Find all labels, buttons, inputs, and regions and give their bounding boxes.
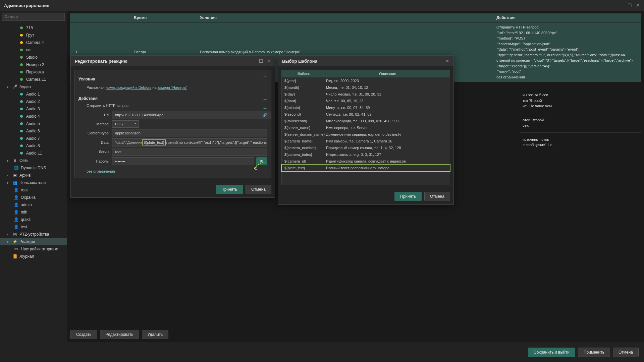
password-input[interactable] xyxy=(112,157,254,165)
tree-label: Camera L1 xyxy=(26,77,46,82)
tree-item-user[interactable]: 👤root xyxy=(0,186,67,194)
tree-item-audio[interactable]: Audio 8 xyxy=(0,142,67,149)
tree-item-audio[interactable]: Audio 1 xyxy=(0,90,67,98)
column-number xyxy=(70,13,83,22)
remove-action-icon[interactable]: − xyxy=(262,160,268,167)
tree-item-audio[interactable]: Audio 3 xyxy=(0,105,67,113)
filter-input[interactable] xyxy=(2,13,65,21)
window-close-icon[interactable]: ✕ xyxy=(636,3,640,8)
method-select[interactable]: POST xyxy=(112,120,139,128)
delete-button[interactable]: Удалить xyxy=(142,330,169,339)
template-row[interactable]: ${server_domain_name}Доменное имя сервер… xyxy=(282,131,450,138)
template-name: ${hour} xyxy=(284,99,326,103)
tree-label: Audio 6 xyxy=(26,129,40,133)
tree-item-send-settings[interactable]: ✉ Настройки отправки xyxy=(0,245,67,253)
tree-item-camera[interactable]: Camera 4 xyxy=(0,39,67,46)
tree-item-camera[interactable]: Номера 2 xyxy=(0,61,67,68)
no-limit-link[interactable]: без ограничения xyxy=(78,169,115,173)
cancel-button[interactable]: Отмена xyxy=(424,192,450,201)
template-row[interactable]: ${camera_id}Идентификатор канала, совпад… xyxy=(282,158,450,165)
template-desc: Идентификатор канала, совпадает с индекс… xyxy=(326,159,447,163)
tree-item-user[interactable]: 👤admin xyxy=(0,201,67,208)
tree-item-journal[interactable]: 📙 Журнал xyxy=(0,253,67,260)
tree-group-users[interactable]: ▾ 👥 Пользователи xyxy=(0,179,67,186)
tree-label: Парковка xyxy=(26,70,44,74)
tree-item-ddns[interactable]: 🌐 Dynamic DNS xyxy=(0,164,67,172)
status-dot-icon xyxy=(19,99,24,104)
template-row[interactable]: ${plate_text}Полный текст распознанного … xyxy=(281,164,450,172)
template-row[interactable]: ${minute}Минута, т.е. 00, 07, 34, 59 xyxy=(282,104,450,111)
template-name: ${month} xyxy=(284,85,326,89)
tree-item-user[interactable]: 👤qrakz xyxy=(0,216,67,223)
accept-button[interactable]: Принять xyxy=(394,192,422,201)
row-actions: Отправить HTTP-запрос: "url": "http://19… xyxy=(494,22,641,82)
mail-icon: ✉ xyxy=(13,246,19,252)
tree-group-archive[interactable]: ▸ 📼 Архив xyxy=(0,172,67,179)
condition-link-list[interactable]: номер входящий в Debtors xyxy=(106,85,151,89)
user-icon: 👤 xyxy=(13,195,19,200)
table-row-partial: источник' поток е сообщение'. Не xyxy=(520,132,641,152)
template-row[interactable]: ${camera_name}Имя камеры, т.е. Camera 1,… xyxy=(282,138,450,144)
dialog-maximize-icon[interactable]: ☐ xyxy=(259,58,263,64)
tree-item-audio[interactable]: Audio 2 xyxy=(0,98,67,105)
template-row[interactable]: ${month}Месяц, т.е. 01, 04, 10, 12 xyxy=(282,84,450,91)
login-input[interactable] xyxy=(112,148,267,156)
dialog-close-icon[interactable]: ✕ xyxy=(267,58,271,64)
template-desc: Порядковый номер канала, т.е. 1, 4, 32, … xyxy=(326,146,447,150)
tree-item-camera[interactable]: Парковка xyxy=(0,68,67,76)
template-row[interactable]: ${year}Год, т.е. 2000, 2023 xyxy=(282,77,450,84)
create-button[interactable]: Создать xyxy=(70,330,97,339)
status-dot-icon xyxy=(19,128,24,134)
cancel-button[interactable]: Отмена xyxy=(246,185,271,194)
tree-label: OxpaHa xyxy=(21,195,36,200)
table-row-partial: оток 'Второй' сек. xyxy=(520,113,641,132)
template-row[interactable]: ${second}Секунда, т.е. 00, 02, 41, 59 xyxy=(282,111,450,118)
add-condition-icon[interactable]: + xyxy=(262,73,268,80)
tree-item-camera[interactable]: Camera L1 xyxy=(0,76,67,83)
tree-item-camera[interactable]: cat xyxy=(0,46,67,54)
tree-item-audio[interactable]: Audio 5 xyxy=(0,120,67,127)
template-row[interactable]: ${camera_number} Порядковый номер канала… xyxy=(282,144,450,151)
dialog-close-icon[interactable]: ✕ xyxy=(445,58,449,64)
tree-group-network[interactable]: ▾ 🖥 Сеть xyxy=(0,157,67,164)
accept-button[interactable]: Принять xyxy=(216,185,243,194)
template-row[interactable]: ${server_name}Имя сервера, т.е. Server xyxy=(282,124,450,131)
tree-item-camera[interactable]: 715 xyxy=(0,24,67,32)
condition-link-camera[interactable]: камера "Номера" xyxy=(158,85,187,89)
tree-item-camera[interactable]: Грут xyxy=(0,32,67,39)
cancel-button[interactable]: Отмена xyxy=(613,348,639,357)
template-row[interactable]: ${camera_index}Индекс канала, e.g. 0, 3,… xyxy=(282,151,450,158)
apply-button[interactable]: Применить xyxy=(578,348,610,357)
template-row[interactable]: ${millisecond}Миллисекунда, т.е. 000, 00… xyxy=(282,118,450,124)
tree-item-user[interactable]: 👤mih xyxy=(0,208,67,216)
tree-item-audio[interactable]: Audio 6 xyxy=(0,127,67,135)
tree-group-audio[interactable]: ▾ 🎤 Аудио xyxy=(0,83,67,90)
tree-item-camera[interactable]: Studio xyxy=(0,54,67,61)
tree-label: Audio L1 xyxy=(26,151,42,156)
tree-item-audio[interactable]: Audio 4 xyxy=(0,113,67,120)
status-dot-icon xyxy=(19,143,24,148)
remove-condition-icon[interactable]: − xyxy=(262,96,268,103)
template-desc: Доменное имя сервера, e.g. demo.devline.… xyxy=(326,132,447,136)
user-icon: 👤 xyxy=(13,187,19,193)
template-desc: Миллисекунда, т.е. 000, 008, 020, 458, 9… xyxy=(326,119,447,123)
template-row[interactable]: ${day}Число месяца, т.е. 01, 09, 20, 31 xyxy=(282,91,450,98)
template-name: ${camera_index} xyxy=(284,153,326,157)
user-icon: 👤 xyxy=(13,209,19,215)
tree-item-audio[interactable]: Audio 7 xyxy=(0,135,67,142)
tree-group-ptz[interactable]: ▸ 🎮 PTZ-устройства xyxy=(0,231,67,238)
tree-group-reactions[interactable]: ▾ ⚡ Реакции xyxy=(0,238,67,245)
edit-button[interactable]: Редактировать xyxy=(100,330,139,339)
template-column-desc: Описание xyxy=(325,70,450,77)
template-row[interactable]: ${hour}Час, т.е. 00, 05, 16, 23 xyxy=(282,98,450,104)
reactions-table-header: Время Условия Действия xyxy=(70,13,641,22)
contenttype-input[interactable] xyxy=(112,129,267,137)
add-action-icon[interactable]: + xyxy=(262,105,268,112)
tree-item-user[interactable]: 👤test xyxy=(0,223,67,231)
tree-item-audio[interactable]: Audio L1 xyxy=(0,149,67,157)
window-maximize-icon[interactable]: ☐ xyxy=(628,3,632,8)
data-input[interactable]: "data":"Должник${plate_text}треляй по ко… xyxy=(112,138,267,146)
tree-item-user[interactable]: 👤OxpaHa xyxy=(0,194,67,201)
save-and-exit-button[interactable]: Сохранить и выйти xyxy=(528,348,575,357)
url-input[interactable] xyxy=(112,111,271,119)
